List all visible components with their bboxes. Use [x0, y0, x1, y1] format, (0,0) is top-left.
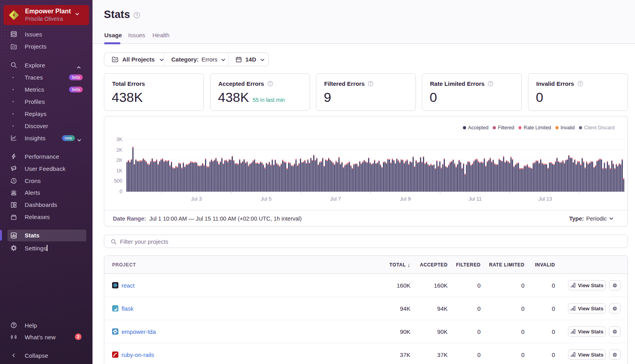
- svg-text:Jul 3: Jul 3: [191, 196, 201, 202]
- svg-text:2K: 2K: [116, 158, 123, 163]
- svg-text:2K: 2K: [116, 147, 123, 153]
- svg-text:Jul 9: Jul 9: [400, 196, 410, 202]
- svg-text:Jul 11: Jul 11: [468, 196, 482, 202]
- svg-text:Jul 5: Jul 5: [261, 196, 271, 202]
- svg-text:Jul 13: Jul 13: [539, 196, 552, 202]
- svg-text:3K: 3K: [116, 137, 123, 142]
- svg-text:1K: 1K: [116, 168, 123, 174]
- svg-text:500: 500: [114, 178, 122, 184]
- svg-text:Jul 7: Jul 7: [330, 196, 341, 202]
- svg-text:0: 0: [120, 189, 122, 194]
